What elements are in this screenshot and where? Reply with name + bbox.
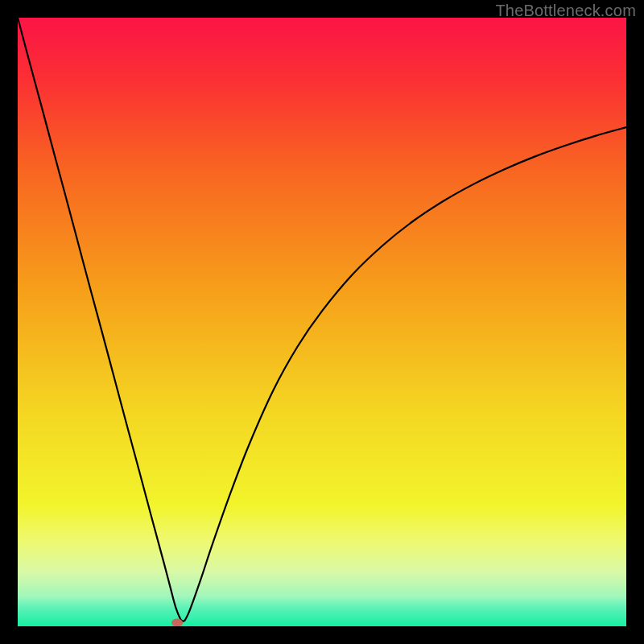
plot-area xyxy=(18,18,626,626)
chart-frame: TheBottleneck.com xyxy=(0,0,644,644)
curve-layer xyxy=(18,18,626,626)
minimum-marker xyxy=(171,618,183,626)
watermark-label: TheBottleneck.com xyxy=(495,2,636,20)
bottleneck-curve xyxy=(18,18,626,621)
